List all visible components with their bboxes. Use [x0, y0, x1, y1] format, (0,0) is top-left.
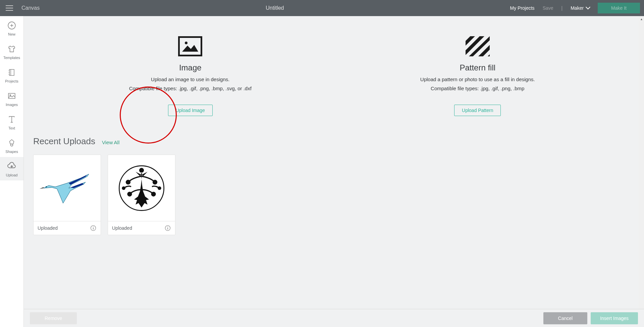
sidebar-item-shapes[interactable]: Shapes: [0, 133, 23, 157]
divider: |: [561, 5, 563, 11]
upload-pattern-button[interactable]: Upload Pattern: [454, 105, 501, 116]
sidebar-item-text[interactable]: Text: [0, 110, 23, 133]
svg-point-10: [11, 144, 13, 146]
left-sidebar: New Templates Projects Images Text: [0, 16, 24, 327]
sidebar-item-new[interactable]: New: [0, 16, 23, 40]
sidebar-item-label: Images: [6, 103, 18, 107]
view-all-link[interactable]: View All: [102, 140, 119, 145]
sidebar-item-images[interactable]: Images: [0, 87, 23, 110]
shapes-icon: [7, 138, 16, 148]
option-description: Upload a pattern or photo to use as a fi…: [420, 76, 535, 82]
option-title: Pattern fill: [460, 63, 495, 72]
sidebar-item-label: Shapes: [5, 150, 18, 154]
notebook-icon: [7, 68, 16, 77]
pattern-stripes-icon: [466, 36, 490, 56]
option-description: Upload an image to use in designs.: [151, 76, 229, 82]
svg-point-13: [46, 186, 47, 187]
plus-circle-icon: [7, 21, 16, 30]
document-title[interactable]: Untitled: [40, 5, 510, 11]
card-label: Uploaded: [38, 225, 58, 231]
machine-selector[interactable]: Maker: [571, 5, 590, 11]
my-projects-link[interactable]: My Projects: [510, 5, 535, 11]
app-header: Canvas Untitled My Projects Save | Maker…: [0, 0, 644, 16]
save-button[interactable]: Save: [543, 5, 553, 11]
main-content: Image Upload an image to use in designs.…: [24, 16, 644, 327]
sidebar-item-projects[interactable]: Projects: [0, 63, 23, 87]
make-it-button[interactable]: Make It: [598, 3, 640, 13]
svg-point-26: [167, 227, 168, 227]
svg-point-22: [139, 168, 144, 172]
svg-point-15: [93, 227, 94, 227]
bottom-action-bar: Remove Cancel Insert Images: [24, 309, 644, 327]
insert-images-button[interactable]: Insert Images: [591, 312, 638, 324]
sidebar-item-label: Text: [8, 126, 15, 130]
svg-rect-11: [179, 37, 202, 56]
option-title: Image: [179, 63, 202, 72]
card-label: Uploaded: [112, 225, 132, 231]
upload-image-button[interactable]: Upload Image: [168, 105, 213, 116]
sidebar-item-upload[interactable]: Upload: [0, 157, 23, 180]
svg-point-9: [10, 95, 11, 96]
sidebar-item-label: New: [8, 32, 15, 36]
sidebar-item-label: Templates: [3, 56, 20, 60]
option-file-types: Compatible file types: .jpg, .gif, .png,…: [431, 86, 524, 91]
machine-label: Maker: [571, 5, 584, 11]
cancel-button[interactable]: Cancel: [543, 312, 588, 324]
card-thumbnail: [34, 155, 101, 221]
sidebar-item-label: Projects: [5, 79, 18, 83]
tshirt-icon: [7, 44, 16, 54]
sidebar-item-label: Upload: [6, 173, 18, 177]
sidebar-item-templates[interactable]: Templates: [0, 40, 23, 63]
recent-upload-card[interactable]: Uploaded: [33, 155, 101, 235]
menu-button[interactable]: [4, 3, 15, 13]
image-icon: [7, 91, 16, 101]
svg-point-12: [185, 42, 187, 44]
scroll-up-icon[interactable]: ▴: [639, 16, 644, 21]
svg-rect-27: [167, 228, 168, 229]
image-frame-icon: [178, 36, 202, 56]
card-thumbnail: [108, 155, 175, 221]
scrollbar[interactable]: ▴: [639, 16, 644, 309]
svg-rect-3: [9, 69, 14, 75]
remove-button[interactable]: Remove: [30, 312, 77, 324]
canvas-label: Canvas: [21, 5, 40, 11]
text-icon: [7, 115, 16, 124]
info-icon[interactable]: [90, 225, 97, 231]
chevron-down-icon: [586, 5, 590, 9]
recent-uploads-title: Recent Uploads: [33, 136, 95, 147]
recent-upload-card[interactable]: Uploaded: [108, 155, 175, 235]
svg-rect-16: [93, 228, 94, 229]
upload-pattern-option: Pattern fill Upload a pattern or photo t…: [348, 36, 607, 116]
cloud-upload-icon: [7, 162, 16, 171]
info-icon[interactable]: [164, 225, 171, 231]
option-file-types: Compatible file types: .jpg, .gif, .png,…: [129, 86, 252, 91]
upload-image-option: Image Upload an image to use in designs.…: [61, 36, 320, 116]
